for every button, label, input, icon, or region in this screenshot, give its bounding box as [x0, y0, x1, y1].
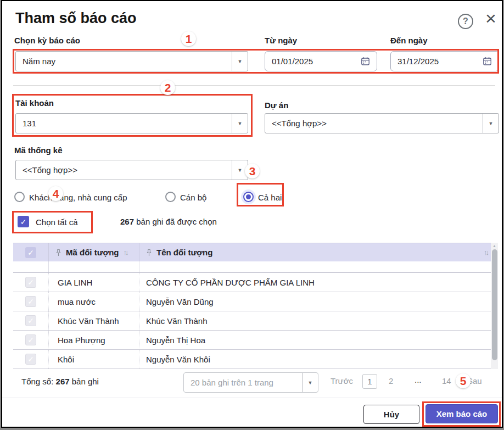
row-code: Khúc Văn Thành [49, 311, 139, 330]
close-icon[interactable]: × [485, 9, 496, 27]
check-icon: ✓ [27, 249, 34, 256]
page-size-select[interactable]: 20 bản ghi trên 1 trang ▼ [183, 372, 318, 393]
table-row[interactable]: ✓ Khúc Văn Thành Khúc Văn Thành [13, 311, 491, 331]
row-checkbox[interactable]: ✓ [25, 334, 36, 345]
radio-both[interactable] [243, 192, 254, 202]
page-size-value: 20 bản ghi trên 1 trang [184, 373, 302, 392]
table-row[interactable]: ✓ GIA LINH CÔNG TY CỔ PHẦN DƯỢC PHẨM GIA… [13, 273, 491, 292]
help-icon[interactable]: ? [458, 14, 473, 29]
header-checkbox[interactable]: ✓ [25, 247, 36, 258]
chevron-down-icon[interactable]: ▼ [232, 114, 248, 133]
row-name: CÔNG TY CỔ PHẦN DƯỢC PHẨM GIA LINH [139, 278, 491, 287]
select-all-label: Chọn tất cả [36, 217, 78, 227]
row-checkbox[interactable]: ✓ [25, 296, 36, 307]
account-select[interactable]: 131 ▼ [15, 113, 248, 133]
pin-icon[interactable] [146, 249, 152, 256]
view-report-button[interactable]: Xem báo cáo [425, 404, 498, 423]
total-records-text: Tổng số: 267 bản ghi [21, 377, 99, 386]
annotation-number-5: 5 [456, 373, 471, 388]
calendar-icon[interactable] [483, 57, 492, 66]
pin-icon[interactable] [55, 249, 61, 256]
stat-code-label: Mã thống kê [14, 146, 63, 155]
radio-customers-suppliers[interactable] [14, 192, 25, 202]
row-name: Nguyễn Văn Dũng [139, 297, 491, 306]
table-row[interactable]: ✓ Khôi Nguyễn Văn Khôi [13, 350, 491, 369]
sort-icon[interactable]: ↑↓ [484, 248, 488, 256]
pagination-ellipsis: ... [415, 375, 422, 384]
row-code: GIA LINH [49, 273, 139, 292]
sort-icon[interactable]: ↑↓ [124, 248, 127, 256]
page-title: Tham số báo cáo [15, 10, 137, 27]
from-date-label: Từ ngày [265, 36, 297, 45]
column-header-name[interactable]: Tên đối tượng ↑↓ [139, 243, 491, 261]
row-code: mua nước [49, 292, 139, 311]
stat-code-value: <<Tổng hợp>> [16, 160, 232, 180]
annotation-number-1: 1 [181, 31, 196, 46]
column-header-code[interactable]: Mã đối tượng ↑↓ [49, 243, 139, 261]
stat-code-select[interactable]: <<Tổng hợp>> ▼ [15, 160, 248, 180]
pagination-prev[interactable]: Trước [331, 376, 353, 386]
account-value: 131 [16, 114, 232, 133]
annotation-number-3: 3 [245, 164, 260, 178]
to-date-input[interactable]: 31/12/2025 [390, 51, 499, 71]
annotation-number-2: 2 [160, 80, 175, 95]
period-label: Chọn kỳ báo cáo [14, 36, 80, 45]
account-label: Tài khoản [15, 98, 54, 108]
row-checkbox[interactable]: ✓ [25, 315, 36, 326]
row-code: Khôi [49, 350, 139, 368]
select-all-checkbox[interactable]: ✓ [18, 216, 29, 227]
radio-customers-suppliers-label: Khách hàng, nhà cung cấp [29, 193, 127, 202]
table-row[interactable]: ✓ mua nước Nguyễn Văn Dũng [13, 292, 491, 311]
pagination-page-14[interactable]: 14 [442, 376, 451, 386]
scroll-up-icon[interactable]: ▲ [492, 244, 497, 248]
row-checkbox[interactable]: ✓ [25, 277, 36, 288]
selected-count-text: 267 bản ghi đã được chọn [120, 217, 217, 226]
check-icon: ✓ [27, 298, 34, 305]
period-select[interactable]: Năm nay ▼ [15, 51, 248, 71]
chevron-down-icon[interactable]: ▼ [232, 52, 248, 71]
records-table: ✓ Mã đối tượng ↑↓ Tên đối tượng ↑↓ ✓ [13, 243, 491, 369]
table-row[interactable]: ✓ Hoa Phượng Nguyễn Thị Hoa [13, 331, 491, 350]
radio-staff-label: Cán bộ [180, 193, 206, 202]
section-divider [13, 85, 495, 86]
table-header: ✓ Mã đối tượng ↑↓ Tên đối tượng ↑↓ [13, 243, 491, 261]
row-name: Nguyễn Văn Khôi [139, 355, 491, 364]
from-date-input[interactable]: 01/01/2025 [265, 51, 377, 71]
period-value: Năm nay [16, 52, 232, 71]
check-icon: ✓ [27, 336, 34, 344]
project-value: <<Tổng hợp>> [265, 114, 483, 133]
from-date-value: 01/01/2025 [272, 57, 313, 66]
chevron-down-icon[interactable]: ▼ [302, 373, 318, 392]
total-count: 267 [56, 377, 70, 386]
cancel-button[interactable]: Hủy [363, 405, 419, 424]
pagination-page-1[interactable]: 1 [362, 374, 377, 389]
check-icon: ✓ [20, 218, 27, 226]
calendar-icon[interactable] [361, 57, 370, 66]
scrollbar-thumb[interactable] [492, 249, 497, 360]
pagination-page-2[interactable]: 2 [389, 376, 393, 386]
row-name: Nguyễn Thị Hoa [139, 336, 491, 345]
table-filter-row[interactable] [13, 261, 491, 273]
footer-divider [2, 398, 502, 398]
radio-staff[interactable] [165, 192, 176, 202]
radio-both-label: Cả hai [258, 193, 282, 202]
to-date-label: Đến ngày [390, 36, 428, 45]
check-icon: ✓ [27, 278, 34, 286]
row-name: Khúc Văn Thành [139, 316, 491, 326]
project-label: Dự án [265, 100, 288, 110]
project-select[interactable]: <<Tổng hợp>> ▼ [265, 113, 499, 133]
selected-count: 267 [120, 217, 134, 226]
report-parameters-dialog: Tham số báo cáo ? × Chọn kỳ báo cáo Từ n… [1, 0, 503, 428]
annotation-number-4: 4 [48, 186, 63, 201]
check-icon: ✓ [27, 317, 34, 325]
chevron-down-icon[interactable]: ▼ [483, 114, 499, 133]
to-date-value: 31/12/2025 [397, 57, 439, 66]
row-checkbox[interactable]: ✓ [25, 354, 36, 365]
check-icon: ✓ [27, 355, 34, 363]
row-code: Hoa Phượng [49, 331, 139, 349]
